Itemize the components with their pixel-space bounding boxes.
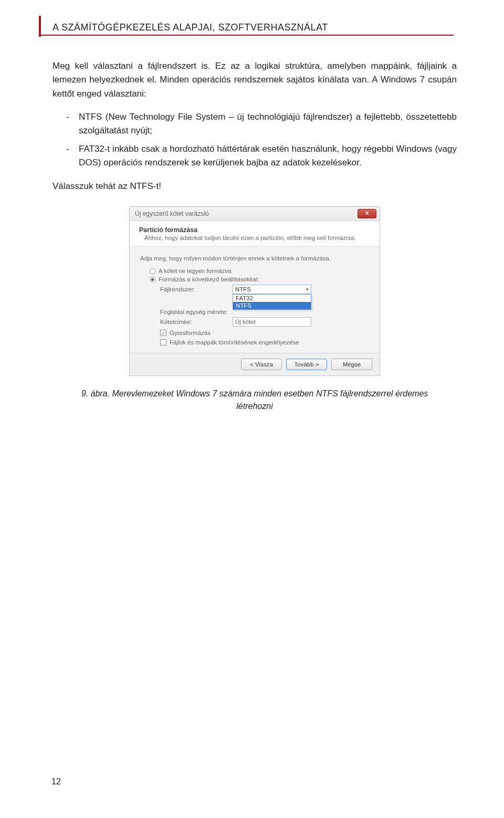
volume-label-row: Kötetcímke: Új kötet xyxy=(160,317,370,327)
volume-label-input[interactable]: Új kötet xyxy=(233,317,311,327)
next-button[interactable]: Tovább > xyxy=(286,359,327,370)
chevron-down-icon: ▾ xyxy=(306,287,309,292)
compression-checkbox[interactable]: Fájlok és mappák tömörítésének engedélye… xyxy=(160,339,370,345)
dialog-header-box: Partíció formázása Ahhoz, hogy adatokat … xyxy=(130,221,380,247)
filesystem-combo-value: NTFS xyxy=(235,286,251,292)
list-item-text: NTFS (New Technology File System – új te… xyxy=(79,110,457,138)
quick-format-label: Gyorsformázás xyxy=(170,330,211,336)
choose-ntfs-line: Válasszuk tehát az NTFS-t! xyxy=(52,181,457,192)
radio-no-format-label: A kötet ne legyen formázva xyxy=(159,268,232,274)
quick-format-checkbox[interactable]: ✓ Gyorsformázás xyxy=(160,330,370,336)
dialog-screenshot: Új egyszerű kötet varázsló × Partíció fo… xyxy=(52,206,457,376)
filesystem-row: Fájlrendszer: NTFS ▾ xyxy=(160,285,370,294)
dialog-section-subtitle: Ahhoz, hogy adatokat tudjon tárolni ezen… xyxy=(144,235,370,241)
bullet-list: - NTFS (New Technology File System – új … xyxy=(52,110,457,170)
bullet-dash-icon: - xyxy=(52,110,79,138)
header-top-rule xyxy=(39,35,454,36)
dialog-titlebar: Új egyszerű kötet varázsló × xyxy=(129,206,380,221)
radio-format-label: Formázás a következő beállításokkal: xyxy=(159,276,259,282)
dialog-title: Új egyszerű kötet varázsló xyxy=(135,210,209,217)
checkbox-checked-icon: ✓ xyxy=(160,330,166,336)
allocation-label: Foglalási egység mérete: xyxy=(160,309,233,315)
radio-on-icon xyxy=(150,277,155,282)
dropdown-option-fat32[interactable]: FAT32 xyxy=(233,295,311,302)
filesystem-label: Fájlrendszer: xyxy=(160,286,233,292)
radio-off-icon xyxy=(150,268,155,274)
checkbox-unchecked-icon xyxy=(160,339,166,345)
list-item-text: FAT32-t inkább csak a hordozható háttért… xyxy=(79,142,457,170)
radio-no-format[interactable]: A kötet ne legyen formázva xyxy=(150,268,370,274)
dropdown-option-ntfs[interactable]: NTFS xyxy=(233,302,311,309)
volume-label-value: Új kötet xyxy=(235,319,256,325)
filesystem-combo[interactable]: NTFS ▾ xyxy=(233,285,311,294)
intro-paragraph: Meg kell választani a fájlrendszert is. … xyxy=(52,59,457,101)
list-item: - FAT32-t inkább csak a hordozható hátté… xyxy=(52,142,457,170)
dialog-section-title: Partíció formázása xyxy=(139,226,370,234)
volume-label-label: Kötetcímke: xyxy=(160,319,233,325)
back-button[interactable]: < Vissza xyxy=(241,359,282,370)
dialog-body: Partíció formázása Ahhoz, hogy adatokat … xyxy=(129,221,380,376)
compression-label: Fájlok és mappák tömörítésének engedélye… xyxy=(170,339,299,345)
dialog-button-row: < Vissza Tovább > Mégse xyxy=(130,353,380,375)
page-number: 12 xyxy=(51,777,61,786)
cancel-button[interactable]: Mégse xyxy=(331,359,372,370)
filesystem-dropdown[interactable]: FAT32 NTFS xyxy=(233,294,311,310)
dialog-form: Adja meg, hogy milyen módon történjen en… xyxy=(130,247,380,353)
figure-caption: 9. ábra. Merevlemezeket Windows 7 számár… xyxy=(66,387,444,413)
running-head: A SZÁMÍTÓGÉPKEZELÉS ALAPJAI, SZOFTVERHAS… xyxy=(52,22,457,33)
dialog-intro-text: Adja meg, hogy milyen módon történjen en… xyxy=(140,255,370,261)
list-item: - NTFS (New Technology File System – új … xyxy=(52,110,457,138)
wizard-dialog: Új egyszerű kötet varázsló × Partíció fo… xyxy=(129,206,380,376)
radio-format-with-settings[interactable]: Formázás a következő beállításokkal: xyxy=(150,276,370,282)
header-side-rule xyxy=(39,16,41,37)
close-button[interactable]: × xyxy=(358,209,376,218)
bullet-dash-icon: - xyxy=(52,142,79,170)
